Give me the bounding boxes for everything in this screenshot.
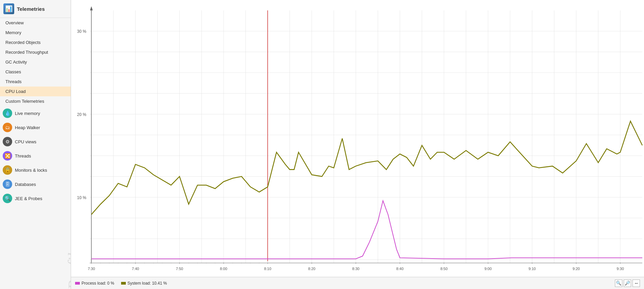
sidebar-item-monitors-locks[interactable]: 🔒 Monitors & locks	[0, 163, 71, 177]
sidebar: 📊 Telemetries Overview Memory Recorded O…	[0, 0, 71, 289]
overview-label: Overview	[5, 20, 24, 25]
jee-probes-icon: 🔍	[3, 194, 12, 203]
sidebar-item-gc-activity[interactable]: GC Activity	[0, 57, 71, 67]
process-load-label: Process load: 0 %	[82, 281, 114, 286]
svg-text:8:00: 8:00	[220, 266, 227, 270]
sidebar-item-overview[interactable]: Overview	[0, 18, 71, 28]
sidebar-title: Telemetries	[17, 6, 45, 12]
svg-text:30 %: 30 %	[77, 29, 87, 34]
sidebar-item-databases[interactable]: 🗄 Databases	[0, 177, 71, 191]
custom-telemetries-label: Custom Telemetries	[5, 99, 44, 104]
databases-label: Databases	[15, 182, 36, 187]
threads-section-label: Threads	[15, 153, 31, 159]
sidebar-header: 📊 Telemetries	[0, 0, 71, 18]
live-memory-icon: 💧	[3, 109, 12, 118]
svg-text:9:00: 9:00	[484, 266, 491, 270]
svg-text:8:20: 8:20	[308, 266, 315, 270]
recorded-objects-label: Recorded Objects	[5, 40, 41, 45]
sidebar-item-recorded-objects[interactable]: Recorded Objects	[0, 38, 71, 47]
sidebar-item-live-memory[interactable]: 💧 Live memory	[0, 106, 71, 120]
sidebar-item-jee-probes[interactable]: 🔍 JEE & Probes	[0, 191, 71, 206]
memory-label: Memory	[5, 30, 21, 35]
sidebar-item-memory[interactable]: Memory	[0, 28, 71, 38]
monitors-locks-label: Monitors & locks	[15, 168, 47, 173]
svg-text:9:20: 9:20	[573, 266, 580, 270]
chart-container[interactable]: 30 % 20 % 10 % 7:30 7:40 7:50 8:00 8:10 …	[71, 0, 644, 277]
sidebar-item-recorded-throughput[interactable]: Recorded Throughput	[0, 47, 71, 57]
zoom-out-button[interactable]: 🔎	[624, 280, 631, 287]
sidebar-nav-section: Overview Memory Recorded Objects Recorde…	[0, 18, 71, 106]
system-load-color-swatch	[121, 282, 126, 285]
sidebar-item-threads-section[interactable]: 🔀 Threads	[0, 149, 71, 163]
svg-text:7:50: 7:50	[176, 266, 183, 270]
svg-text:7:40: 7:40	[132, 266, 139, 270]
gc-activity-label: GC Activity	[5, 59, 27, 65]
svg-text:8:10: 8:10	[264, 266, 271, 270]
svg-text:8:40: 8:40	[396, 266, 404, 270]
heap-walker-label: Heap Walker	[15, 125, 40, 130]
legend-left: Process load: 0 % System load: 10.41 %	[75, 281, 167, 286]
sidebar-item-cpu-load[interactable]: CPU Load	[0, 87, 71, 96]
svg-text:9:10: 9:10	[529, 266, 536, 270]
telemetries-icon: 📊	[3, 3, 14, 14]
jee-probes-label: JEE & Probes	[15, 196, 42, 201]
svg-text:8:30: 8:30	[352, 266, 359, 270]
cpu-views-icon: ⚙	[3, 137, 12, 146]
svg-text:8:50: 8:50	[440, 266, 447, 270]
sidebar-item-cpu-views[interactable]: ⚙ CPU views	[0, 135, 71, 149]
sidebar-item-custom-telemetries[interactable]: Custom Telemetries	[0, 96, 71, 106]
sidebar-item-threads[interactable]: Threads	[0, 77, 71, 87]
svg-rect-0	[71, 0, 644, 277]
classes-label: Classes	[5, 69, 21, 74]
sidebar-item-classes[interactable]: Classes	[0, 67, 71, 77]
sidebar-section-items: 💧 Live memory 🗂 Heap Walker ⚙ CPU views …	[0, 106, 71, 206]
zoom-in-button[interactable]: 🔍	[615, 280, 622, 287]
svg-text:7:30: 7:30	[88, 266, 95, 270]
chart-footer: Process load: 0 % System load: 10.41 % 🔍…	[71, 277, 644, 289]
sidebar-item-heap-walker[interactable]: 🗂 Heap Walker	[0, 120, 71, 135]
threads-section-icon: 🔀	[3, 151, 12, 161]
cpu-load-label: CPU Load	[5, 89, 26, 94]
process-load-color-swatch	[75, 282, 80, 285]
threads-label: Threads	[5, 79, 22, 84]
databases-icon: 🗄	[3, 179, 12, 189]
monitors-locks-icon: 🔒	[3, 165, 12, 175]
chart-zoom-controls: 🔍 🔎 ↔	[615, 280, 640, 287]
svg-text:10 %: 10 %	[77, 195, 87, 200]
svg-text:9:30: 9:30	[617, 266, 624, 270]
main-content: 30 % 20 % 10 % 7:30 7:40 7:50 8:00 8:10 …	[71, 0, 644, 289]
system-load-legend: System load: 10.41 %	[121, 281, 167, 286]
cpu-load-chart: 30 % 20 % 10 % 7:30 7:40 7:50 8:00 8:10 …	[71, 0, 644, 277]
cpu-views-label: CPU views	[15, 139, 37, 144]
process-load-legend: Process load: 0 %	[75, 281, 114, 286]
live-memory-label: Live memory	[15, 111, 40, 116]
zoom-fit-button[interactable]: ↔	[632, 280, 640, 287]
watermark: JProfiler	[65, 239, 71, 289]
system-load-label: System load: 10.41 %	[128, 281, 167, 286]
svg-text:20 %: 20 %	[77, 112, 87, 117]
recorded-throughput-label: Recorded Throughput	[5, 50, 48, 55]
heap-walker-icon: 🗂	[3, 123, 12, 132]
